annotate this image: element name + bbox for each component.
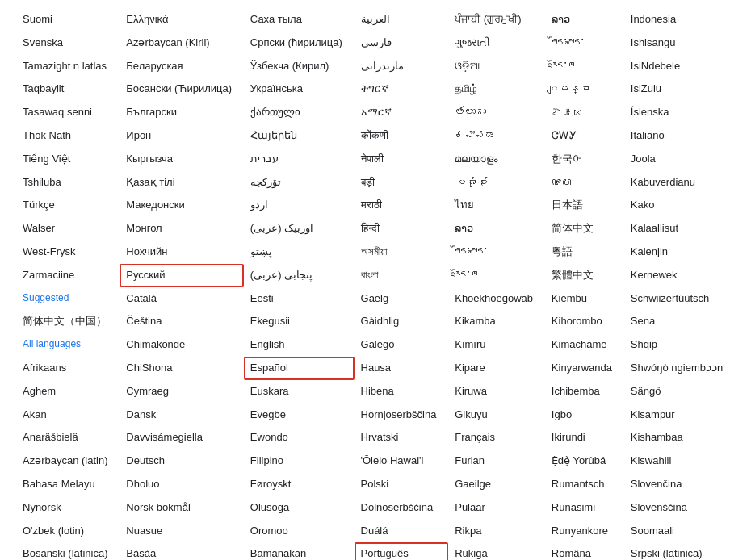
language-item[interactable]: Саха тыла (244, 8, 355, 31)
language-item[interactable]: བོད་སྐད་ (545, 31, 624, 55)
language-item[interactable]: অসমীয়া (355, 240, 449, 264)
language-item[interactable]: बड़ी (355, 171, 449, 194)
language-item[interactable]: پنجابی (عربی) (244, 264, 355, 287)
language-item[interactable]: 简体中文（中国） (16, 310, 120, 333)
language-item[interactable]: ଓଡ଼ିଆ (448, 55, 545, 78)
language-item[interactable]: Kisampur (624, 403, 735, 427)
language-item[interactable]: Azərbaycan (latin) (16, 449, 120, 473)
language-item[interactable]: ChiShona (120, 357, 244, 380)
language-item[interactable]: Runyankore (545, 520, 624, 543)
language-item[interactable]: Polski (355, 473, 449, 496)
language-item[interactable]: Ewondo (244, 426, 355, 449)
language-item[interactable]: తెలుగు (448, 101, 545, 124)
language-item[interactable]: Bamanakan (244, 542, 355, 560)
language-item[interactable]: Azərbaycan (Kiril) (120, 31, 244, 55)
language-item[interactable]: Català (120, 287, 244, 311)
language-item[interactable]: Nuasue (120, 520, 244, 543)
language-item[interactable]: Босански (Ћирилица) (120, 77, 244, 101)
language-item[interactable]: Հայերեն (244, 124, 355, 148)
language-item[interactable]: Ўзбекча (Кирил) (244, 55, 355, 78)
language-item[interactable]: 日本語 (545, 194, 624, 217)
language-item[interactable]: 한국어 (545, 148, 624, 171)
language-item[interactable]: Thok Nath (16, 124, 120, 148)
language-item[interactable]: മലയാളം (448, 148, 545, 171)
language-item[interactable]: Български (120, 101, 244, 124)
language-item[interactable]: Türkçe (16, 194, 120, 217)
language-item[interactable]: Soomaali (624, 520, 735, 543)
language-item[interactable]: Ẹ̀dẹ̀ Yorùbá (545, 449, 624, 473)
language-item[interactable]: Tasawaq senni (16, 101, 120, 124)
language-item[interactable]: Deutsch (120, 449, 244, 473)
language-item[interactable]: Español (244, 357, 355, 380)
language-item[interactable]: Hausa (355, 357, 449, 380)
language-item[interactable]: Kihorombo (545, 310, 624, 333)
language-item[interactable]: कोंकणी (355, 124, 449, 148)
language-item[interactable]: ไทย (448, 194, 545, 217)
language-item[interactable]: Kabuverdianu (624, 171, 735, 194)
language-item[interactable]: Dholuo (120, 473, 244, 496)
language-item[interactable]: ਪੰਜਾਬੀ (ਗੁਰਮੁਖੀ) (448, 8, 545, 31)
language-item[interactable]: Kishambaa (624, 426, 735, 449)
language-item[interactable]: ქართული (244, 101, 355, 124)
language-item[interactable]: हिन्दी (355, 217, 449, 240)
language-item[interactable]: Pulaar (448, 496, 545, 520)
language-item[interactable]: Davvisámegiella (120, 426, 244, 449)
language-item[interactable]: Қазақ тілі (120, 171, 244, 194)
language-item[interactable]: Furlan (448, 449, 545, 473)
language-item[interactable]: Русский (120, 264, 244, 287)
language-item[interactable]: Gàidhlig (355, 310, 449, 333)
language-item[interactable]: Hornjoserbščina (355, 403, 449, 427)
language-item[interactable]: ಕನ್ನಡ (448, 124, 545, 148)
language-item[interactable]: العربية (355, 8, 449, 31)
language-item[interactable]: Galego (355, 333, 449, 357)
language-item[interactable]: Kikamba (448, 310, 545, 333)
language-item[interactable]: বাংলা (355, 264, 449, 287)
language-item[interactable]: اوزبیک (عربی) (244, 217, 355, 240)
language-item[interactable]: Aghem (16, 380, 120, 403)
language-item[interactable]: ລາວ (448, 217, 545, 240)
language-item[interactable]: ꦗꦮ (545, 171, 624, 194)
language-item[interactable]: Oromoo (244, 520, 355, 543)
language-item[interactable]: Schwiizertüütsch (624, 287, 735, 311)
language-item[interactable]: ລາວ (545, 8, 624, 31)
language-item[interactable]: Suomi (16, 8, 120, 31)
language-item[interactable]: ျမန္မာ (545, 77, 624, 101)
language-item[interactable]: Gikuyu (448, 403, 545, 427)
language-item[interactable]: Rumantsch (545, 473, 624, 496)
language-item[interactable]: Hibena (355, 380, 449, 403)
language-item[interactable]: Sena (624, 310, 735, 333)
language-item[interactable]: Нохчийн (120, 240, 244, 264)
language-item[interactable]: 繁體中文 (545, 264, 624, 287)
language-item[interactable]: Hrvatski (355, 426, 449, 449)
language-item[interactable]: Српски (ћирилица) (244, 31, 355, 55)
language-item[interactable]: فارسی (355, 31, 449, 55)
language-item[interactable]: Sängö (624, 380, 735, 403)
language-item[interactable]: Walser (16, 217, 120, 240)
language-item[interactable]: Kinyarwanda (545, 357, 624, 380)
language-item[interactable]: Português (355, 542, 449, 560)
language-item[interactable]: Kimachame (545, 333, 624, 357)
language-item[interactable]: Føroyskt (244, 473, 355, 496)
language-item[interactable]: Français (448, 426, 545, 449)
language-item[interactable]: தமிழ் (448, 77, 545, 101)
language-item[interactable]: Ichibemba (545, 380, 624, 403)
language-item[interactable]: Khoekhoegowab (448, 287, 545, 311)
language-item[interactable]: Shwóŋò ngiembɔɔn (624, 357, 735, 380)
language-item[interactable]: Filipino (244, 449, 355, 473)
language-item[interactable]: Slovenščina (624, 496, 735, 520)
language-item[interactable]: Rukiga (448, 542, 545, 560)
language-item[interactable]: 粵語 (545, 240, 624, 264)
language-item[interactable]: አማርኛ (355, 101, 449, 124)
language-item[interactable]: Duálá (355, 520, 449, 543)
language-item[interactable]: བོད་སྐད་ (448, 240, 545, 264)
language-item[interactable]: IsiNdebele (624, 55, 735, 78)
language-item[interactable]: Shqip (624, 333, 735, 357)
language-item[interactable]: རྫོང་ཁ (545, 55, 624, 78)
language-item[interactable]: Evegbe (244, 403, 355, 427)
language-item[interactable]: Indonesia (624, 8, 735, 31)
language-item[interactable]: Gaelg (355, 287, 449, 311)
language-item[interactable]: Nynorsk (16, 496, 120, 520)
language-item[interactable]: Gaeilge (448, 473, 545, 496)
language-item[interactable]: مازندرانی (355, 55, 449, 78)
language-item[interactable]: 简体中文 (545, 217, 624, 240)
